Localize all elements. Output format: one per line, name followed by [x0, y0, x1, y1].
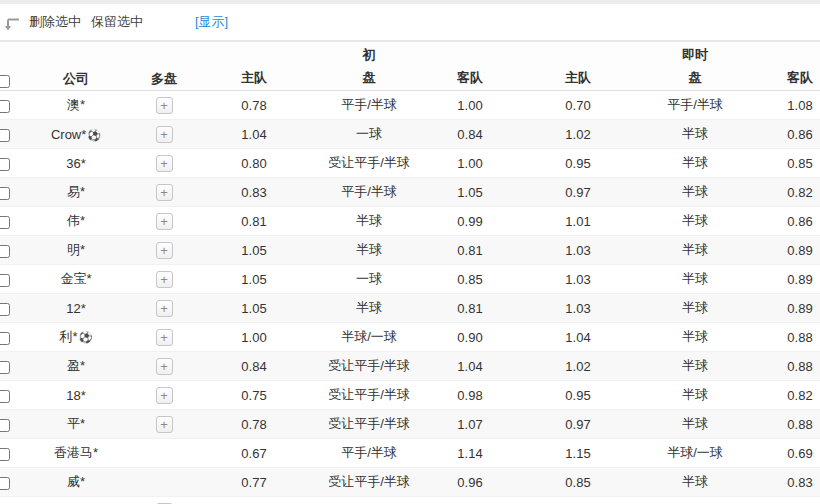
row-checkbox[interactable] [0, 245, 10, 258]
odds-table: 公司 多盘 初 即时 主队 盘 客队 主队 盘 客队 澳* + 0.78 平手/ [0, 42, 820, 504]
live-away-odds: 0.86 [750, 120, 820, 149]
live-away-odds: 0.89 [750, 294, 820, 323]
company-name: 香港马* [54, 445, 98, 460]
add-handicap-button[interactable]: + [156, 271, 173, 288]
live-away-odds: 1.08 [750, 91, 820, 120]
add-handicap-button[interactable]: + [156, 387, 173, 404]
col-header-init-away: 客队 [424, 66, 516, 91]
row-checkbox[interactable] [0, 303, 10, 316]
row-checkbox[interactable] [0, 448, 10, 461]
row-checkbox-cell [0, 381, 18, 410]
company-name: 伟* [67, 213, 85, 228]
col-header-multi: 多盘 [134, 42, 194, 91]
live-away-odds: 0.89 [750, 265, 820, 294]
row-checkbox[interactable] [0, 332, 10, 345]
init-home-odds: 1.05 [194, 265, 314, 294]
init-away-odds: 1.14 [424, 439, 516, 468]
live-handicap: 半球 [640, 120, 750, 149]
company-cell: 澳* [18, 91, 134, 120]
live-home-odds: 1.02 [516, 120, 640, 149]
company-name: 盈* [67, 358, 85, 373]
live-away-odds: 0.82 [750, 381, 820, 410]
init-home-odds: 0.95 [194, 497, 314, 504]
live-home-odds: 1.04 [516, 323, 640, 352]
company-name: 利* [60, 329, 78, 344]
company-cell: 伟* [18, 207, 134, 236]
table-row: 18* + 0.75 受让平手/半球 0.98 0.95 半球 0.82 [0, 381, 820, 410]
init-handicap: 半球 [314, 236, 424, 265]
add-handicap-button[interactable]: + [156, 126, 173, 143]
live-handicap: 平手/半球 [640, 91, 750, 120]
init-home-odds: 1.04 [194, 120, 314, 149]
company-cell: 18* [18, 381, 134, 410]
row-checkbox[interactable] [0, 100, 10, 113]
odds-table-container: 公司 多盘 初 即时 主队 盘 客队 主队 盘 客队 澳* + 0.78 平手/ [0, 40, 820, 504]
live-handicap: 半球 [640, 381, 750, 410]
row-checkbox-cell [0, 468, 18, 497]
row-checkbox[interactable] [0, 274, 10, 287]
company-cell: 金宝* [18, 265, 134, 294]
init-handicap: 平手/半球 [314, 91, 424, 120]
multi-cell: + [134, 91, 194, 120]
add-handicap-button[interactable]: + [156, 329, 173, 346]
select-all-checkbox[interactable] [0, 75, 10, 88]
row-checkbox[interactable] [0, 129, 10, 142]
multi-cell: + [134, 497, 194, 504]
row-checkbox-cell [0, 323, 18, 352]
live-home-odds: 0.95 [516, 381, 640, 410]
table-row: 平* + 0.78 受让平手/半球 1.07 0.97 半球 0.88 [0, 410, 820, 439]
row-checkbox-cell [0, 410, 18, 439]
row-checkbox[interactable] [0, 419, 10, 432]
row-checkbox[interactable] [0, 158, 10, 171]
live-home-odds: 1.03 [516, 294, 640, 323]
init-handicap: 受让平手/半球 [314, 468, 424, 497]
row-checkbox[interactable] [0, 187, 10, 200]
live-home-odds: 1.03 [516, 265, 640, 294]
init-handicap: 半球 [314, 294, 424, 323]
company-cell: 香港马* [18, 439, 134, 468]
row-checkbox[interactable] [0, 390, 10, 403]
row-checkbox-cell [0, 352, 18, 381]
add-handicap-button[interactable]: + [156, 300, 173, 317]
init-handicap: 半球 [314, 207, 424, 236]
group-header-spacer [424, 42, 516, 66]
table-row: 利*⚽ + 1.00 半球/一球 0.90 1.04 半球 0.88 [0, 323, 820, 352]
row-checkbox-cell [0, 236, 18, 265]
col-header-live-away: 客队 [750, 66, 820, 91]
add-handicap-button[interactable]: + [156, 416, 173, 433]
keep-selected-button[interactable]: 保留选中 [91, 13, 143, 31]
init-home-odds: 0.80 [194, 149, 314, 178]
live-handicap: 半球 [640, 178, 750, 207]
init-handicap: 一球 [314, 120, 424, 149]
init-handicap: 受让平手/半球 [314, 381, 424, 410]
init-away-odds: 1.05 [424, 178, 516, 207]
company-cell: Crow*⚽ [18, 120, 134, 149]
init-handicap: 平手/半球 [314, 178, 424, 207]
init-home-odds: 0.77 [194, 468, 314, 497]
table-row: 12* + 1.05 半球 0.81 1.03 半球 0.89 [0, 294, 820, 323]
init-handicap: 半球/一球 [314, 323, 424, 352]
multi-cell [134, 439, 194, 468]
live-handicap: 半球 [640, 149, 750, 178]
col-header-live-handicap: 盘 [640, 66, 750, 91]
show-link[interactable]: [显示] [195, 13, 228, 31]
add-handicap-button[interactable]: + [156, 155, 173, 172]
live-handicap: 半球 [640, 410, 750, 439]
row-checkbox-cell [0, 294, 18, 323]
add-handicap-button[interactable]: + [156, 97, 173, 114]
group-header-spacer [194, 42, 314, 66]
add-handicap-button[interactable]: + [156, 213, 173, 230]
row-checkbox[interactable] [0, 361, 10, 374]
init-home-odds: 0.75 [194, 381, 314, 410]
multi-cell: + [134, 207, 194, 236]
multi-cell: + [134, 120, 194, 149]
add-handicap-button[interactable]: + [156, 242, 173, 259]
add-handicap-button[interactable]: + [156, 358, 173, 375]
row-checkbox-cell [0, 178, 18, 207]
delete-selected-button[interactable]: 删除选中 [29, 13, 81, 31]
row-checkbox[interactable] [0, 216, 10, 229]
corner-arrow-icon [5, 18, 20, 31]
row-checkbox[interactable] [0, 477, 10, 490]
init-away-odds: 1.04 [424, 352, 516, 381]
add-handicap-button[interactable]: + [156, 184, 173, 201]
